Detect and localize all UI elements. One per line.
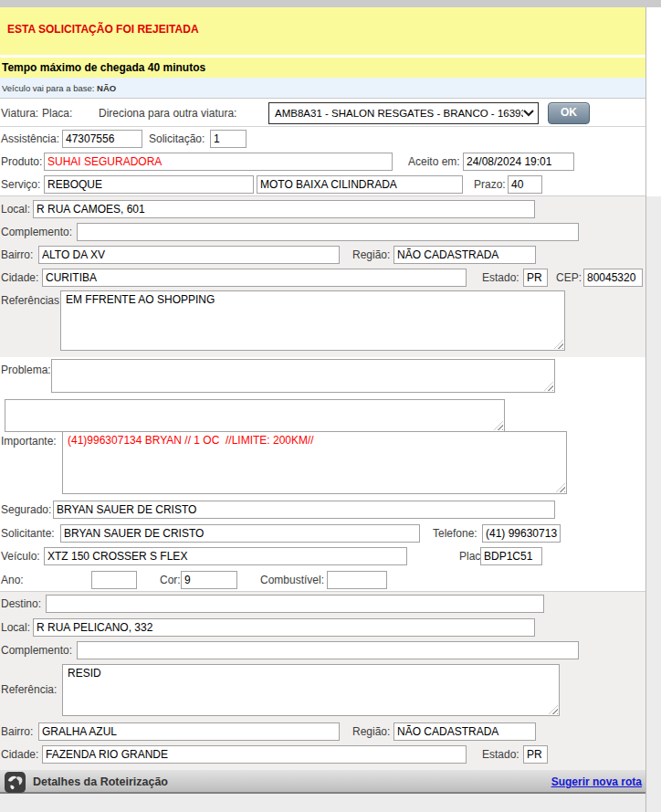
aceito-em-field[interactable] [463, 153, 574, 171]
dest-referencia-wrap [62, 664, 560, 716]
viatura-select-value: AMB8A31 - SHALON RESGATES - BRANCO - 163… [275, 108, 523, 119]
origin-complemento-label: Complemento: [1, 226, 72, 238]
dest-cidade-field[interactable] [42, 745, 467, 764]
origin-regiao-label: Região: [352, 248, 390, 261]
referencias-wrap [60, 290, 565, 351]
dest-estado-field[interactable] [523, 745, 548, 764]
prazo-label: Prazo: [474, 178, 506, 191]
assistencia-label: Assistência: [1, 132, 59, 145]
right-gutter [646, 196, 661, 812]
solicitacao-label: Solicitação: [149, 132, 205, 145]
dest-regiao-field[interactable] [393, 722, 536, 741]
origin-estado-label: Estado: [482, 271, 519, 284]
dest-local-label: Local: [1, 621, 30, 634]
solicitante-label: Solicitante: [1, 527, 55, 540]
referencias-label: Referências: [1, 294, 62, 307]
servico-label: Serviço: [1, 178, 40, 191]
assistencia-field[interactable] [62, 130, 142, 148]
importante-label: Importante: [1, 435, 57, 448]
produto-field[interactable] [44, 153, 393, 171]
cor-field[interactable] [181, 571, 237, 589]
direciona-label: Direciona para outra viatura: [99, 107, 236, 120]
max-time-message: Tempo máximo de chegada 40 minutos [2, 61, 205, 74]
veiculo-field[interactable] [44, 547, 407, 565]
dest-estado-label: Estado: [482, 748, 519, 761]
referencias-field[interactable] [60, 290, 565, 351]
extra-notes-wrap [5, 399, 505, 432]
servico-field[interactable] [44, 175, 254, 194]
telefone-field[interactable] [482, 524, 561, 543]
servico-tipo-field[interactable] [257, 175, 463, 194]
destino-label: Destino: [1, 597, 41, 610]
suggest-route-link[interactable]: Sugerir nova rota [551, 775, 642, 788]
base-info-value: NÃO [97, 83, 116, 93]
cor-label: Cor: [160, 574, 181, 586]
dest-local-field[interactable] [33, 618, 535, 637]
footer-bottom-area [0, 794, 645, 812]
dest-referencia-field[interactable] [62, 664, 560, 716]
base-info-label: Veículo vai para a base: NÃO [2, 83, 116, 93]
content-right-border [645, 7, 646, 812]
origin-bairro-field[interactable] [38, 246, 340, 264]
problema-wrap [51, 359, 555, 393]
viatura-label: Viatura: [1, 107, 38, 120]
veiculo-label: Veículo: [1, 550, 40, 563]
dest-cidade-label: Cidade: [1, 748, 38, 761]
aceito-em-label: Aceito em: [408, 155, 460, 168]
problema-field[interactable] [51, 359, 555, 393]
segurado-label: Segurado: [1, 503, 51, 516]
importante-wrap [62, 431, 567, 494]
extra-notes-field[interactable] [5, 399, 505, 432]
solicitation-page: ESTA SOLICITAÇÃO FOI REJEITADA Tempo máx… [0, 0, 661, 812]
base-info-text: Veículo vai para a base: [2, 83, 94, 93]
importante-field[interactable] [62, 431, 567, 494]
ok-button[interactable]: OK [548, 102, 590, 124]
placa-label-top: Placa: [42, 107, 72, 120]
origin-cep-label: CEP: [556, 271, 582, 284]
origin-complemento-field[interactable] [77, 223, 579, 241]
solicitante-field[interactable] [60, 524, 420, 543]
combustivel-label: Combustível: [260, 574, 324, 586]
routing-title: Detalhes da Roteirização [33, 775, 168, 788]
placa-field[interactable] [480, 547, 542, 565]
origin-cidade-field[interactable] [42, 269, 467, 287]
origin-local-field[interactable] [33, 200, 535, 218]
viatura-row-divider [0, 126, 645, 127]
dest-bairro-field[interactable] [38, 722, 340, 741]
origin-local-label: Local: [1, 203, 30, 216]
globe-icon [5, 772, 26, 796]
dest-referencia-label: Referência: [1, 683, 57, 696]
origin-bairro-label: Bairro: [1, 248, 33, 261]
origin-regiao-field[interactable] [393, 246, 536, 264]
combustivel-field[interactable] [327, 571, 387, 589]
dest-complemento-field[interactable] [77, 641, 579, 659]
ano-field[interactable] [91, 571, 137, 589]
prazo-field[interactable] [508, 175, 542, 194]
solicitacao-field[interactable] [210, 130, 247, 148]
dest-bairro-label: Bairro: [1, 725, 33, 738]
dest-regiao-label: Região: [352, 725, 390, 738]
ano-label: Ano: [1, 574, 24, 586]
destino-field[interactable] [46, 595, 544, 613]
viatura-select[interactable]: AMB8A31 - SHALON RESGATES - BRANCO - 163… [268, 102, 539, 124]
telefone-label: Telefone: [433, 527, 477, 540]
origin-estado-field[interactable] [523, 269, 548, 287]
chevron-down-icon [523, 110, 534, 117]
produto-label: Produto: [1, 155, 42, 168]
problema-label: Problema: [1, 364, 51, 376]
top-strip [0, 0, 661, 7]
dest-complemento-label: Complemento: [1, 644, 72, 657]
origin-cidade-label: Cidade: [1, 271, 38, 284]
origin-cep-field[interactable] [583, 269, 643, 287]
rejected-message: ESTA SOLICITAÇÃO FOI REJEITADA [7, 23, 199, 36]
segurado-field[interactable] [53, 501, 555, 519]
